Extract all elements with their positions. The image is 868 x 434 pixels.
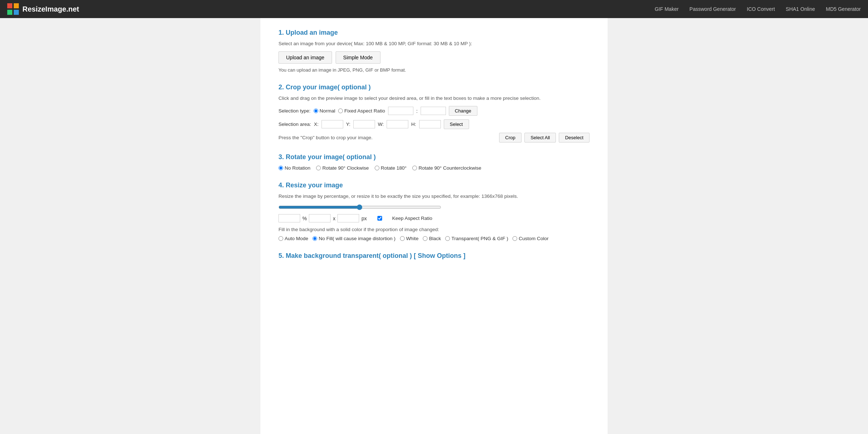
bg-auto-label: Auto Mode — [278, 236, 308, 241]
nav-md5-generator[interactable]: MD5 Generator — [826, 6, 861, 12]
selection-area-row: Selection area: X: 0 Y: 0 W: 0 H: 0 Sele… — [278, 119, 590, 129]
upload-image-button[interactable]: Upload an image — [278, 51, 332, 64]
bg-custom-label: Custom Color — [512, 236, 549, 241]
fixed-aspect-radio[interactable] — [338, 109, 343, 113]
x-symbol: x — [333, 216, 335, 221]
bg-white-label: White — [400, 236, 419, 241]
brand-link[interactable]: ResizeImage.net — [7, 3, 79, 15]
rotate-none-text: No Rotation — [285, 165, 310, 171]
bg-nofill-label: No Fill( will cause image distortion ) — [312, 236, 395, 241]
width-input[interactable]: 500 — [309, 214, 331, 222]
navbar-links: GIF Maker Password Generator ICO Convert… — [655, 6, 861, 12]
select-all-button[interactable]: Select All — [524, 133, 556, 142]
fixed-aspect-radio-label: Fixed Aspect Ratio — [338, 108, 385, 114]
aspect-height-input[interactable]: 768 — [421, 107, 446, 115]
resize-section: 4. Resize your image Resize the image by… — [278, 182, 590, 241]
rotate-180-text: Rotate 180° — [381, 165, 407, 171]
resize-slider[interactable] — [278, 206, 441, 209]
nav-password-generator[interactable]: Password Generator — [689, 6, 736, 12]
w-label: W: — [378, 122, 384, 127]
keep-aspect-checkbox[interactable] — [369, 216, 391, 221]
transparent-section: 5. Make background transparent( optional… — [278, 252, 590, 260]
bg-transparent-text: Transparent( PNG & GIF ) — [451, 236, 508, 241]
bg-black-text: Black — [429, 236, 441, 241]
rotate-options: No Rotation Rotate 90° Clockwise Rotate … — [278, 165, 590, 171]
resize-title: 4. Resize your image — [278, 182, 590, 189]
bg-custom-radio[interactable] — [512, 236, 517, 241]
h-input[interactable]: 0 — [419, 120, 441, 128]
simple-mode-button[interactable]: Simple Mode — [336, 51, 380, 64]
rotate-180-label: Rotate 180° — [375, 165, 407, 171]
keep-aspect-text: Keep Aspect Ratio — [392, 216, 432, 221]
page-wrapper: 1. Upload an image Select an image from … — [260, 18, 608, 434]
bg-black-label: Black — [423, 236, 441, 241]
svg-rect-3 — [14, 10, 19, 15]
percent-symbol: % — [302, 216, 307, 221]
brand-name: ResizeImage.net — [22, 5, 79, 13]
transparent-title-text: 5. Make background transparent( optional… — [278, 252, 412, 259]
crop-note: Press the "Crop" button to crop your ima… — [278, 135, 373, 140]
rotate-none-label: No Rotation — [278, 165, 310, 171]
bg-auto-text: Auto Mode — [285, 236, 308, 241]
px-label: px — [361, 216, 367, 221]
nav-ico-convert[interactable]: ICO Convert — [747, 6, 775, 12]
y-label: Y: — [346, 122, 350, 127]
bg-nofill-radio[interactable] — [312, 236, 317, 241]
nav-gif-maker[interactable]: GIF Maker — [655, 6, 678, 12]
svg-rect-0 — [7, 3, 12, 8]
bg-white-radio[interactable] — [400, 236, 405, 241]
percent-input[interactable]: 100 — [278, 214, 300, 222]
rotate-180-radio[interactable] — [375, 166, 379, 170]
crop-action-row: Press the "Crop" button to crop your ima… — [278, 133, 590, 142]
svg-rect-2 — [7, 10, 12, 15]
rotate-cw90-label: Rotate 90° Clockwise — [316, 165, 369, 171]
rotate-none-radio[interactable] — [278, 166, 283, 170]
bg-fill-note: Fill in the background with a solid colo… — [278, 227, 590, 232]
bg-nofill-text: No Fill( will cause image distortion ) — [319, 236, 395, 241]
selection-area-label: Selection area: — [278, 122, 311, 127]
resize-description: Resize the image by percentage, or resiz… — [278, 193, 590, 199]
w-input[interactable]: 0 — [387, 120, 408, 128]
x-label: X: — [314, 122, 319, 127]
crop-button[interactable]: Crop — [499, 133, 522, 142]
height-input[interactable]: 500 — [337, 214, 359, 222]
nav-sha1-online[interactable]: SHA1 Online — [786, 6, 815, 12]
h-label: H: — [411, 122, 416, 127]
selection-type-label: Selection type: — [278, 108, 311, 114]
bg-black-radio[interactable] — [423, 236, 427, 241]
rotate-ccw90-text: Rotate 90° Counterclockwise — [418, 165, 481, 171]
rotate-section: 3. Rotate your image( optional ) No Rota… — [278, 153, 590, 171]
upload-note: You can upload an image in JPEG, PNG, GI… — [278, 67, 590, 73]
rotate-cw90-radio[interactable] — [316, 166, 321, 170]
rotate-cw90-text: Rotate 90° Clockwise — [322, 165, 369, 171]
bg-white-text: White — [406, 236, 419, 241]
rotate-ccw90-label: Rotate 90° Counterclockwise — [412, 165, 481, 171]
change-button[interactable]: Change — [449, 106, 478, 116]
bg-custom-text: Custom Color — [519, 236, 549, 241]
crop-section: 2. Crop your image( optional ) Click and… — [278, 84, 590, 142]
selection-type-row: Selection type: Normal Fixed Aspect Rati… — [278, 106, 590, 116]
upload-title: 1. Upload an image — [278, 29, 590, 37]
bg-transparent-radio[interactable] — [445, 236, 450, 241]
resize-inputs: 100 % 500 x 500 px Keep Aspect Ratio — [278, 214, 590, 222]
show-options-link[interactable]: [ Show Options ] — [414, 252, 465, 259]
y-input[interactable]: 0 — [353, 120, 375, 128]
upload-description: Select an image from your device( Max: 1… — [278, 41, 590, 46]
select-button[interactable]: Select — [444, 119, 469, 129]
upload-buttons: Upload an image Simple Mode — [278, 51, 590, 64]
navbar: ResizeImage.net GIF Maker Password Gener… — [0, 0, 868, 18]
bg-options: Auto Mode No Fill( will cause image dist… — [278, 236, 590, 241]
slider-container — [278, 204, 590, 210]
deselect-button[interactable]: Deselect — [559, 133, 590, 142]
fixed-aspect-label: Fixed Aspect Ratio — [344, 108, 385, 114]
rotate-ccw90-radio[interactable] — [412, 166, 417, 170]
normal-radio[interactable] — [314, 109, 318, 113]
normal-radio-label: Normal — [314, 108, 336, 114]
x-input[interactable]: 0 — [322, 120, 343, 128]
bg-auto-radio[interactable] — [278, 236, 283, 241]
crop-description: Click and drag on the preview image to s… — [278, 95, 590, 101]
aspect-width-input[interactable]: 1366 — [388, 107, 413, 115]
keep-aspect-label: Keep Aspect Ratio — [369, 216, 432, 221]
transparent-title: 5. Make background transparent( optional… — [278, 252, 590, 260]
logo-icon — [7, 3, 19, 15]
